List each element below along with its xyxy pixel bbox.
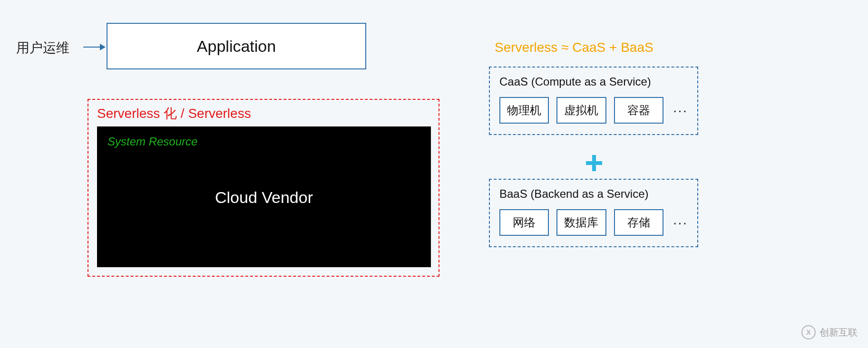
application-label: Application	[197, 37, 276, 56]
cloud-vendor-box: System Resource Cloud Vendor	[97, 126, 431, 267]
baas-box: BaaS (Backend as a Service) 网络 数据库 存储 ··…	[489, 179, 698, 247]
system-resource-label: System Resource	[107, 135, 420, 148]
baas-item: 存储	[614, 209, 663, 236]
cloud-vendor-label: Cloud Vendor	[97, 188, 431, 207]
user-ops-label: 用户运维	[16, 39, 69, 57]
watermark: X 创新互联	[801, 325, 858, 339]
caas-item: 容器	[614, 97, 663, 124]
caas-box: CaaS (Compute as a Service) 物理机 虚拟机 容器 ·…	[489, 67, 698, 135]
plus-icon	[586, 155, 602, 171]
arrow-icon	[83, 47, 105, 48]
caas-items-row: 物理机 虚拟机 容器 ···	[499, 97, 688, 124]
serverless-container: Serverless 化 / Serverless System Resourc…	[88, 99, 439, 277]
caas-item: 虚拟机	[556, 97, 606, 124]
caas-title: CaaS (Compute as a Service)	[499, 75, 688, 88]
ellipsis-icon: ···	[671, 102, 688, 118]
watermark-text: 创新互联	[819, 326, 858, 339]
watermark-logo-icon: X	[801, 325, 816, 339]
baas-items-row: 网络 数据库 存储 ···	[499, 209, 688, 236]
baas-item: 数据库	[556, 209, 606, 236]
baas-item: 网络	[499, 209, 549, 236]
serverless-formula: Serverless ≈ CaaS + BaaS	[495, 40, 653, 55]
application-box: Application	[107, 23, 366, 69]
caas-item: 物理机	[499, 97, 549, 124]
ellipsis-icon: ···	[671, 214, 688, 231]
baas-title: BaaS (Backend as a Service)	[499, 187, 688, 201]
serverless-title: Serverless 化 / Serverless	[97, 105, 430, 123]
